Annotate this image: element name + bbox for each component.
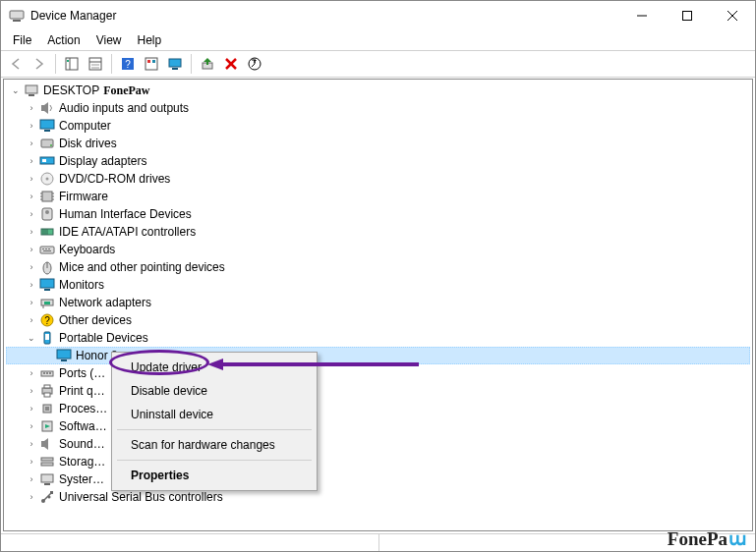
tree-category[interactable]: ›Monitors [6, 276, 750, 294]
ide-icon [39, 224, 55, 240]
svg-text:?: ? [44, 315, 50, 326]
tree-category-label: Display adapters [59, 154, 146, 168]
svg-point-70 [46, 372, 48, 374]
svg-rect-82 [41, 463, 53, 466]
svg-rect-52 [45, 248, 47, 249]
tree-category[interactable]: ›Human Interface Devices [6, 205, 750, 223]
chevron-right-icon[interactable]: › [26, 473, 37, 485]
network-icon [39, 295, 55, 310]
help-button[interactable]: ? [117, 53, 139, 75]
tree-category-label: Audio inputs and outputs [59, 101, 189, 115]
ctx-update-driver[interactable]: Update driver [115, 356, 314, 379]
tree-category[interactable]: ›Network adapters [6, 294, 750, 311]
svg-rect-29 [40, 120, 54, 129]
svg-rect-79 [41, 441, 44, 447]
forward-button[interactable] [29, 53, 50, 75]
chevron-right-icon[interactable]: › [26, 403, 37, 414]
properties-button[interactable] [85, 53, 106, 75]
back-button[interactable] [5, 53, 27, 75]
chevron-right-icon[interactable]: › [26, 456, 37, 468]
tree-category-label: Portable Devices [59, 331, 148, 345]
tree-category[interactable]: ⌄Portable Devices [6, 329, 750, 347]
chevron-right-icon[interactable]: › [26, 173, 37, 185]
chevron-right-icon[interactable]: › [26, 102, 37, 114]
tree-category[interactable]: ›DVD/CD-ROM drives [6, 170, 750, 188]
view-devices-button[interactable] [164, 53, 186, 75]
system-icon [39, 471, 55, 487]
app-icon [9, 8, 25, 24]
chevron-right-icon[interactable]: › [26, 155, 37, 167]
svg-rect-66 [57, 350, 71, 359]
tree-category[interactable]: ›Mice and other pointing devices [6, 258, 750, 276]
maximize-button[interactable] [665, 1, 710, 30]
svg-rect-0 [10, 11, 24, 19]
svg-rect-8 [67, 60, 69, 62]
menu-file[interactable]: File [5, 31, 39, 49]
chevron-right-icon[interactable]: › [26, 420, 37, 432]
portable-icon [39, 330, 55, 346]
chevron-right-icon[interactable]: › [26, 385, 37, 397]
close-button[interactable] [710, 1, 755, 30]
tree-category-label: Firmware [59, 190, 108, 203]
chevron-right-icon[interactable]: › [26, 314, 37, 326]
menu-view[interactable]: View [88, 31, 130, 49]
menu-action[interactable]: Action [39, 31, 87, 49]
tree-category[interactable]: ›?Other devices [6, 311, 750, 329]
ctx-separator [117, 429, 312, 430]
action-button[interactable] [141, 53, 162, 75]
tree-category[interactable]: ›Disk drives [6, 135, 750, 152]
monitor-icon [39, 277, 55, 293]
tree-category-label: Sound… [59, 437, 105, 451]
tree-category-label: Other devices [59, 313, 132, 327]
uninstall-device-button[interactable] [220, 53, 242, 75]
tree-category-label: Computer [59, 119, 111, 133]
chevron-right-icon[interactable]: › [26, 244, 37, 255]
svg-rect-65 [45, 334, 49, 340]
ctx-properties[interactable]: Properties [115, 464, 314, 487]
chevron-right-icon[interactable]: › [26, 191, 37, 202]
chevron-right-icon[interactable]: › [26, 261, 37, 273]
ctx-scan-hardware[interactable]: Scan for hardware changes [115, 433, 314, 457]
scan-hardware-button[interactable] [197, 53, 218, 75]
tree-category[interactable]: ›Keyboards [6, 241, 750, 258]
svg-rect-53 [48, 248, 50, 249]
tree-root-node[interactable]: ⌄DESKTOPFonePaw [6, 82, 750, 99]
chevron-right-icon[interactable]: › [26, 138, 37, 149]
tree-category-label: Monitors [59, 278, 104, 292]
svg-rect-73 [44, 385, 50, 388]
chevron-right-icon[interactable]: › [26, 208, 37, 220]
chevron-right-icon[interactable]: › [26, 438, 37, 450]
svg-rect-67 [61, 359, 67, 361]
chevron-down-icon[interactable]: ⌄ [10, 84, 22, 96]
ctx-uninstall-device[interactable]: Uninstall device [115, 403, 314, 426]
minimize-button[interactable] [619, 1, 665, 30]
usb-icon [39, 489, 55, 505]
chevron-down-icon[interactable]: ⌄ [26, 332, 37, 344]
chevron-right-icon[interactable]: › [26, 226, 37, 238]
chevron-right-icon[interactable]: › [26, 367, 37, 379]
tree-category[interactable]: ›Audio inputs and outputs [6, 99, 750, 117]
chevron-right-icon[interactable]: › [26, 120, 37, 132]
svg-rect-37 [42, 192, 52, 201]
tree-root-brand: FonePaw [103, 83, 149, 98]
svg-point-69 [43, 372, 45, 374]
show-hide-console-tree-button[interactable] [61, 53, 83, 75]
svg-rect-74 [44, 393, 50, 397]
svg-rect-3 [683, 12, 692, 21]
chevron-right-icon[interactable]: › [26, 279, 37, 291]
chevron-right-icon[interactable]: › [26, 491, 37, 503]
svg-point-32 [50, 144, 52, 146]
window-controls [619, 1, 755, 30]
svg-rect-1 [13, 20, 21, 22]
tree-category[interactable]: ›Firmware [6, 188, 750, 205]
tree-category[interactable]: ›Display adapters [6, 152, 750, 170]
ctx-disable-device[interactable]: Disable device [115, 379, 314, 403]
tree-category[interactable]: ›IDE ATA/ATAPI controllers [6, 223, 750, 241]
chevron-right-icon[interactable]: › [26, 297, 37, 308]
toolbar-separator [55, 54, 56, 74]
update-driver-button[interactable] [244, 53, 265, 75]
menu-help[interactable]: Help [130, 31, 170, 49]
svg-point-87 [48, 496, 51, 499]
tree-category[interactable]: ›Computer [6, 117, 750, 135]
context-menu: Update driver Disable device Uninstall d… [111, 352, 318, 491]
